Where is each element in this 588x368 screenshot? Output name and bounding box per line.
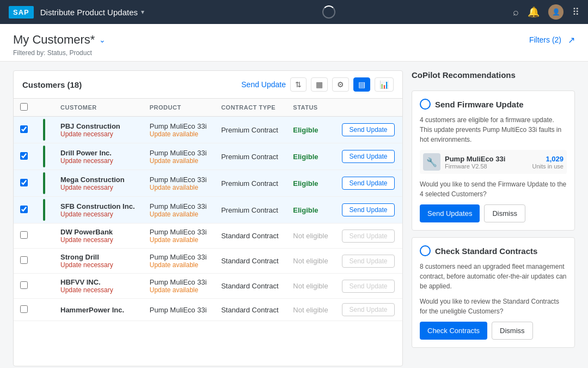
nav-title-text: Distribute Product Updates xyxy=(40,8,138,17)
row-checkbox-cell[interactable] xyxy=(14,170,34,197)
row-contract-cell: Standard Contract xyxy=(215,224,286,249)
row-checkbox-cell[interactable] xyxy=(14,117,34,143)
row-send-update-button[interactable]: Send Update xyxy=(342,203,394,216)
row-checkbox-cell[interactable] xyxy=(14,249,34,274)
table-row: SFB Construction Inc. Update necessary P… xyxy=(14,197,402,224)
row-checkbox[interactable] xyxy=(20,256,28,264)
filters-link[interactable]: Filters (2) xyxy=(529,35,561,44)
row-send-update-button[interactable]: Send Update xyxy=(342,280,394,293)
row-checkbox[interactable] xyxy=(20,125,28,133)
row-status-cell: Not eligible xyxy=(286,224,335,249)
update-status: Update necessary xyxy=(60,184,137,191)
page-header: My Customers* ⌄ Filters (2) ↗ Filtered b… xyxy=(0,24,588,62)
copilot-panel: CoPilot Recommendations Send Firmware Up… xyxy=(412,70,575,366)
row-send-update-button[interactable]: Send Update xyxy=(342,177,394,190)
sort-button[interactable]: ⇅ xyxy=(290,77,307,92)
check-contracts-button[interactable]: Check Contracts xyxy=(420,322,487,340)
row-action-cell[interactable]: Send Update xyxy=(335,170,402,197)
row-action-cell[interactable]: Send Update xyxy=(335,143,402,170)
chart-view-button[interactable]: 📊 xyxy=(375,77,394,92)
row-action-cell[interactable]: Send Update xyxy=(335,274,402,299)
page-title-chevron[interactable]: ⌄ xyxy=(99,35,106,44)
status-badge: Not eligible xyxy=(293,282,328,290)
row-checkbox-cell[interactable] xyxy=(14,143,34,170)
contracts-actions: Check Contracts Dismiss xyxy=(420,322,567,340)
product-name-cell: Pump MuliEco 33i xyxy=(150,149,208,157)
bell-icon[interactable]: 🔔 xyxy=(528,6,540,18)
contracts-title: Check Standard Contracts xyxy=(435,246,537,256)
top-navigation: SAP Distribute Product Updates ▾ ⌕ 🔔 👤 ⠿ xyxy=(0,0,588,24)
status-bar xyxy=(43,172,45,194)
update-status: Update necessary xyxy=(60,157,137,165)
export-icon[interactable]: ↗ xyxy=(568,35,575,45)
row-checkbox-cell[interactable] xyxy=(14,197,34,224)
list-view-button[interactable]: ▤ xyxy=(353,77,370,92)
product-name: Pump MuliEco 33i xyxy=(445,155,528,163)
row-action-cell[interactable]: Send Update xyxy=(335,224,402,249)
row-status-cell: Eligible xyxy=(286,117,335,143)
row-product-cell: Pump MuliEco 33i xyxy=(143,299,215,321)
table-row: DW PowerBank Update necessary Pump MuliE… xyxy=(14,224,402,249)
product-name-cell: Pump MuliEco 33i xyxy=(150,202,208,210)
row-checkbox[interactable] xyxy=(20,179,28,186)
select-all-checkbox[interactable] xyxy=(20,103,28,111)
row-action-cell[interactable]: Send Update xyxy=(335,117,402,143)
contracts-dismiss-button[interactable]: Dismiss xyxy=(492,322,533,340)
firmware-dismiss-button[interactable]: Dismiss xyxy=(484,204,525,222)
row-checkbox[interactable] xyxy=(20,305,28,313)
update-status: Update necessary xyxy=(60,236,137,244)
customer-name: HBFVV INC. xyxy=(60,278,137,286)
row-checkbox-cell[interactable] xyxy=(14,224,34,249)
row-action-cell[interactable]: Send Update xyxy=(335,197,402,224)
row-bar-cell xyxy=(34,170,54,197)
row-customer-cell: DW PowerBank Update necessary xyxy=(54,224,143,249)
send-updates-button[interactable]: Send Updates xyxy=(420,204,480,222)
row-send-update-button[interactable]: Send Update xyxy=(342,255,394,268)
row-checkbox[interactable] xyxy=(20,152,28,160)
nav-chevron-icon[interactable]: ▾ xyxy=(141,8,144,16)
row-send-update-button[interactable]: Send Update xyxy=(342,123,394,136)
product-name-cell: Pump MuliEco 33i xyxy=(150,176,208,184)
firmware-description: 4 customers are eligible for a firmware … xyxy=(420,115,567,144)
row-checkbox-cell[interactable] xyxy=(14,299,34,321)
product-update-status: Update available xyxy=(150,130,208,138)
settings-button[interactable]: ⚙ xyxy=(332,77,349,92)
row-status-cell: Eligible xyxy=(286,197,335,224)
col-customer: CUSTOMER xyxy=(54,99,143,117)
product-update-status: Update available xyxy=(150,261,208,269)
row-bar-cell xyxy=(34,197,54,224)
panel-actions: Send Update ⇅ ▦ ⚙ ▤ 📊 xyxy=(241,77,394,92)
row-checkbox-cell[interactable] xyxy=(14,274,34,299)
send-update-button[interactable]: Send Update xyxy=(241,80,286,89)
grid-icon[interactable]: ⠿ xyxy=(572,6,579,18)
row-checkbox[interactable] xyxy=(20,231,28,239)
product-update-status: Update available xyxy=(150,236,208,244)
row-checkbox[interactable] xyxy=(20,281,28,289)
row-checkbox[interactable] xyxy=(20,206,28,213)
status-bar xyxy=(43,146,45,167)
sap-logo: SAP xyxy=(9,6,34,19)
row-action-cell[interactable]: Send Update xyxy=(335,299,402,321)
avatar[interactable]: 👤 xyxy=(548,4,564,20)
row-action-cell[interactable]: Send Update xyxy=(335,249,402,274)
group-button[interactable]: ▦ xyxy=(311,77,328,92)
row-send-update-button[interactable]: Send Update xyxy=(342,150,394,163)
row-product-cell: Pump MuliEco 33i Update available xyxy=(143,170,215,197)
firmware-actions: Send Updates Dismiss xyxy=(420,204,567,222)
row-customer-cell: SFB Construction Inc. Update necessary xyxy=(54,197,143,224)
product-update-status: Update available xyxy=(150,210,208,218)
row-send-update-button[interactable]: Send Update xyxy=(342,303,394,316)
row-product-cell: Pump MuliEco 33i Update available xyxy=(143,224,215,249)
product-sub: Firmware V2.58 xyxy=(445,163,528,170)
row-bar-cell xyxy=(34,249,54,274)
status-badge: Eligible xyxy=(293,179,318,188)
search-icon[interactable]: ⌕ xyxy=(513,7,519,18)
row-product-cell: Pump MuliEco 33i Update available xyxy=(143,197,215,224)
row-customer-cell: Mega Construction Update necessary xyxy=(54,170,143,197)
customer-name: Mega Construction xyxy=(60,176,137,184)
customer-name: SFB Construction Inc. xyxy=(60,202,137,210)
page-title: My Customers* ⌄ xyxy=(13,33,106,47)
panel-title: Customers (18) xyxy=(22,80,82,89)
row-send-update-button[interactable]: Send Update xyxy=(342,230,394,243)
product-update-status: Update available xyxy=(150,286,208,294)
